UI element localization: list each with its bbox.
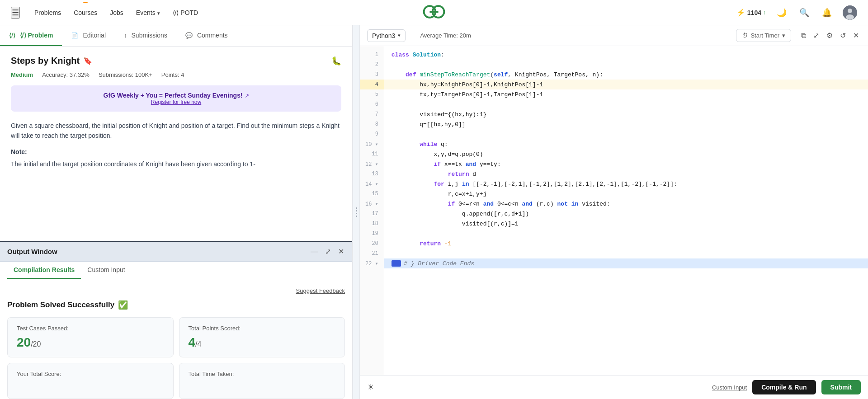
streak-fire-icon: ⚡ (736, 8, 745, 17)
driver-code-comment: # } Driver Code Ends (404, 260, 474, 267)
output-window: Output Window — ⤢ ✕ Compilation Results … (0, 241, 352, 399)
code-line-12: if x==tx and y==ty: (384, 159, 868, 169)
test-cases-label: Test Cases Passed: (17, 325, 164, 332)
submit-button[interactable]: Submit (821, 380, 861, 394)
site-logo[interactable] (423, 3, 445, 23)
minimize-button[interactable]: — (310, 246, 319, 257)
promo-register-link[interactable]: Register for free now (104, 99, 249, 105)
custom-input-link[interactable]: Custom Input (712, 384, 747, 391)
points-scored-value: 4/4 (189, 335, 336, 350)
total-time-label: Total Time Taken: (189, 371, 336, 377)
streak-counter: ⚡ 1104 ↑ (736, 8, 766, 17)
line-num-2: 2 (360, 60, 384, 70)
editor-toolbar: ⧉ ⤢ ⚙ ↺ ✕ (799, 29, 861, 42)
tab-editorial[interactable]: 📄 Editorial (62, 25, 115, 46)
promo-banner[interactable]: GfG Weekly + You = Perfect Sunday Evenin… (11, 85, 341, 112)
timer-icon: ⏱ (742, 32, 748, 39)
expand-editor-button[interactable]: ⤢ (811, 29, 821, 42)
code-line-6 (384, 99, 868, 109)
success-message: Problem Solved Successfully ✅ (7, 300, 345, 310)
nav-jobs[interactable]: Jobs (110, 9, 123, 16)
notifications-button[interactable]: 🔔 (820, 6, 834, 19)
maximize-button[interactable]: ⤢ (324, 246, 332, 257)
copy-code-button[interactable]: ⧉ (799, 30, 808, 42)
line-num-15: 15 (360, 189, 384, 199)
close-editor-button[interactable]: ✕ (851, 29, 861, 42)
nav-potd[interactable]: ⟨/⟩ POTD (173, 9, 198, 16)
tab-comments[interactable]: 💬 Comments (176, 25, 237, 46)
code-line-21 (384, 249, 868, 258)
close-button[interactable]: ✕ (337, 246, 345, 257)
output-window-title: Output Window (7, 248, 57, 255)
line-num-5: 5 (360, 89, 384, 99)
tab-submissions[interactable]: ↑ Submissions (115, 25, 176, 46)
settings-button[interactable]: ⚙ (825, 29, 835, 42)
output-body: Suggest Feedback Problem Solved Successf… (0, 279, 352, 399)
nav-problems[interactable]: Problems (34, 9, 61, 16)
panel-divider[interactable] (353, 25, 360, 399)
nav-links: Problems Courses Jobs Events ▾ ⟨/⟩ POTD (34, 9, 198, 16)
total-score-card: Your Total Score: (7, 363, 174, 399)
chevron-down-icon: ▾ (157, 10, 160, 16)
problem-content: Steps by Knight 🔖 🐛 Medium Accuracy: 37.… (0, 47, 352, 241)
compile-run-button[interactable]: Compile & Run (752, 380, 816, 394)
main-layout: ⟨/⟩ ⟨/⟩ Problem 📄 Editorial ↑ Submission… (0, 25, 868, 399)
code-line-16: if 0<=r<n and 0<=c<n and (r,c) not in vi… (384, 199, 868, 209)
problem-note: Note: (11, 148, 341, 155)
line-num-9: 9 (360, 129, 384, 139)
footer-right: Custom Input Compile & Run Submit (712, 380, 861, 394)
tab-compilation-results[interactable]: Compilation Results (7, 262, 81, 279)
stats-grid: Test Cases Passed: 20/20 Total Points Sc… (7, 317, 345, 399)
tab-custom-input[interactable]: Custom Input (81, 262, 131, 279)
timer-chevron-icon: ▾ (782, 32, 785, 39)
nav-courses[interactable]: Courses (74, 9, 97, 16)
test-cases-value: 20/20 (17, 335, 164, 350)
accuracy-meta: Accuracy: 37.32% (42, 71, 90, 78)
average-time: Average Time: 20m (420, 32, 471, 39)
output-window-actions: — ⤢ ✕ (310, 246, 345, 257)
problem-note-text: The initial and the target position coor… (11, 159, 341, 169)
line-num-8: 8 (360, 119, 384, 129)
suggest-feedback-link[interactable]: Suggest Feedback (7, 286, 345, 295)
code-line-15: r,c=x+i,y+j (384, 189, 868, 199)
refresh-button[interactable]: ↺ (838, 29, 848, 42)
hamburger-menu[interactable]: ☰ (11, 7, 20, 19)
line-num-12: 12 ▾ (360, 159, 384, 169)
external-link-icon: ↗ (245, 93, 249, 99)
code-content[interactable]: class Solution: def minStepToReachTarget… (384, 46, 868, 375)
line-num-19: 19 (360, 229, 384, 239)
code-line-2 (384, 60, 868, 70)
svg-point-6 (846, 14, 854, 20)
bookmark-icon[interactable]: 🔖 (83, 56, 92, 65)
tab-problem[interactable]: ⟨/⟩ ⟨/⟩ Problem (0, 25, 62, 46)
line-num-16: 16 ▾ (360, 199, 384, 209)
bug-report-icon[interactable]: 🐛 (331, 56, 341, 66)
theme-toggle-button[interactable]: ☀ (367, 382, 374, 392)
line-num-21: 21 (360, 249, 384, 258)
svg-point-5 (848, 9, 852, 13)
problem-tabs: ⟨/⟩ ⟨/⟩ Problem 📄 Editorial ↑ Submission… (0, 25, 352, 47)
editor-header: Python3 ▾ Average Time: 20m ⏱ Start Time… (360, 25, 868, 46)
driver-code-tag (392, 260, 401, 267)
start-timer-button[interactable]: ⏱ Start Timer ▾ (736, 29, 791, 42)
code-line-7: visited={(hx,hy):1} (384, 109, 868, 119)
nav-events[interactable]: Events ▾ (136, 9, 160, 16)
dark-mode-toggle[interactable]: 🌙 (775, 6, 788, 19)
language-selector[interactable]: Python3 ▾ (367, 29, 406, 42)
problem-title: Steps by Knight (11, 56, 80, 66)
points-meta: Points: 4 (161, 71, 184, 78)
line-num-14: 14 ▾ (360, 179, 384, 189)
search-button[interactable]: 🔍 (797, 6, 811, 19)
code-line-9 (384, 129, 868, 139)
success-check-icon: ✅ (118, 300, 128, 310)
divider-dots (356, 207, 357, 217)
code-line-17: q.append([r,c,d+1]) (384, 209, 868, 219)
user-avatar[interactable] (843, 5, 857, 20)
points-scored-label: Total Points Scored: (189, 325, 336, 332)
line-num-7: 7 (360, 109, 384, 119)
code-line-19 (384, 229, 868, 239)
line-num-3: 3 (360, 70, 384, 80)
code-editor-body[interactable]: 1 2 3 4 5 6 7 8 9 10 ▾ 11 12 ▾ 13 14 ▾ 1… (360, 46, 868, 375)
total-score-label: Your Total Score: (17, 371, 164, 377)
difficulty-badge[interactable]: Medium (11, 71, 33, 78)
